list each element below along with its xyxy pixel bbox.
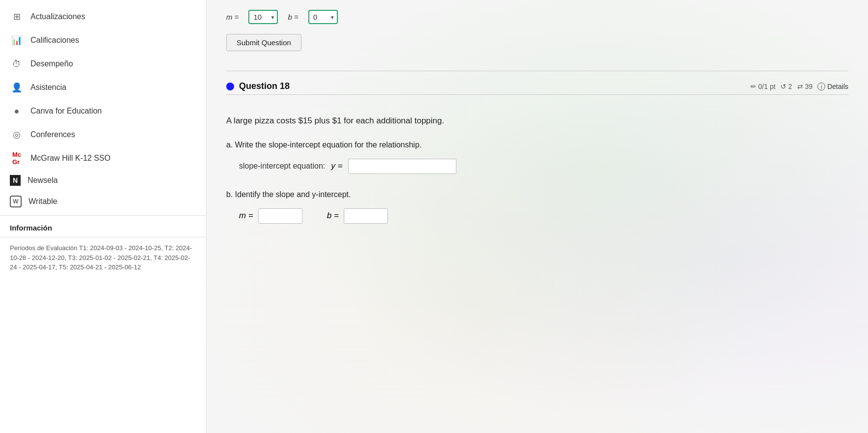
- sidebar-item-conferences[interactable]: ◎ Conferences: [0, 123, 206, 146]
- sidebar-label-canva: Canva for Education: [30, 107, 102, 115]
- meta-attempts-item: ⇄ 39: [797, 83, 813, 90]
- retry-icon: ↺: [780, 83, 786, 90]
- writable-icon: W: [10, 196, 22, 207]
- question-meta: ✏ 0/1 pt ↺ 2 ⇄ 39 i Details: [750, 83, 848, 90]
- sidebar-item-canva[interactable]: ● Canva for Education: [0, 99, 206, 123]
- question-content-divider: [226, 94, 848, 95]
- sidebar-item-mcgraw[interactable]: McGr McGraw Hill K-12 SSO: [0, 146, 206, 170]
- slope-intercept-prefix: slope-intercept equation:: [239, 162, 325, 171]
- slope-intercept-values-row: m = b =: [239, 208, 848, 224]
- sidebar-label-desempeno: Desempeño: [30, 59, 73, 68]
- sidebar-item-calificaciones[interactable]: 📊 Calificaciones: [0, 29, 206, 52]
- sidebar-label-calificaciones: Calificaciones: [30, 36, 79, 45]
- conferences-icon: ◎: [10, 128, 24, 142]
- question-dot: [226, 83, 234, 90]
- person-icon: 👤: [10, 81, 24, 94]
- intercept-var-label: b =: [327, 211, 339, 221]
- sidebar-info-periodos: Períodos de Evaluación T1: 2024-09-03 - …: [0, 240, 206, 275]
- sidebar-divider: [0, 215, 206, 216]
- meta-retry: 2: [788, 83, 792, 90]
- eq2-label: b =: [288, 13, 298, 21]
- question-text: A large pizza costs $15 plus $1 for each…: [226, 115, 848, 127]
- meta-details-item[interactable]: i Details: [817, 83, 848, 90]
- main-content-area: m = 10 b = 0 Submit Question Question 18: [207, 0, 868, 433]
- eq2-select[interactable]: 0: [308, 10, 338, 24]
- sidebar-item-actualizaciones[interactable]: ⊞ Actualizaciones: [0, 5, 206, 29]
- eq1-select[interactable]: 10: [248, 10, 278, 24]
- slope-input[interactable]: [258, 208, 302, 224]
- slope-intercept-equation-row: slope-intercept equation: y =: [239, 159, 848, 174]
- chart-icon: 📊: [10, 33, 24, 47]
- question-divider: [226, 71, 848, 71]
- sidebar-item-newsela[interactable]: N Newsela: [0, 170, 206, 191]
- meta-retry-item: ↺ 2: [780, 83, 792, 90]
- sidebar-divider-2: [0, 237, 206, 237]
- part-b-label: b. Identify the slope and y-intercept.: [226, 189, 848, 201]
- meta-score-item: ✏ 0/1 pt: [750, 83, 776, 90]
- canva-icon: ●: [10, 104, 24, 118]
- slope-intercept-input[interactable]: [348, 159, 456, 174]
- sidebar-item-asistencia[interactable]: 👤 Asistencia: [0, 76, 206, 99]
- y-var-label: y =: [331, 161, 342, 171]
- intercept-input[interactable]: [344, 208, 388, 224]
- intercept-item: b =: [327, 208, 388, 224]
- attempts-icon: ⇄: [797, 83, 803, 90]
- question-title: Question 18: [226, 81, 290, 91]
- sidebar-item-desempeno[interactable]: ⏱ Desempeño: [0, 52, 206, 76]
- clock-icon: ⏱: [10, 57, 24, 71]
- sidebar-label-actualizaciones: Actualizaciones: [30, 12, 85, 21]
- sidebar-section-informacion: Información: [0, 219, 206, 234]
- question-18-content: A large pizza costs $15 plus $1 for each…: [226, 105, 848, 233]
- sidebar-label-conferences: Conferences: [30, 130, 75, 139]
- question-18-header: Question 18 ✏ 0/1 pt ↺ 2 ⇄ 39 i Details: [226, 81, 848, 91]
- slope-var-label: m =: [239, 211, 253, 221]
- edit-icon: ✏: [750, 83, 756, 90]
- main-content: m = 10 b = 0 Submit Question Question 18: [207, 0, 868, 243]
- submit-question-button[interactable]: Submit Question: [226, 34, 301, 51]
- eq1-select-wrapper[interactable]: 10: [248, 10, 278, 24]
- part-a-label: a. Write the slope-intercept equation fo…: [226, 139, 848, 151]
- sidebar-label-newsela: Newsela: [28, 176, 58, 185]
- slope-item: m =: [239, 208, 302, 224]
- details-link[interactable]: Details: [827, 83, 848, 90]
- info-icon: i: [817, 83, 825, 90]
- sidebar-label-mcgraw: McGraw Hill K-12 SSO: [30, 154, 111, 163]
- sidebar: ⊞ Actualizaciones 📊 Calificaciones ⏱ Des…: [0, 0, 207, 433]
- meta-score: 0/1 pt: [758, 83, 776, 90]
- eq2-select-wrapper[interactable]: 0: [308, 10, 338, 24]
- mcgraw-icon: McGr: [10, 151, 24, 165]
- sidebar-label-writable: Writable: [29, 197, 57, 206]
- top-equation-row: m = 10 b = 0: [226, 10, 848, 24]
- sidebar-item-writable[interactable]: W Writable: [0, 191, 206, 212]
- sidebar-label-asistencia: Asistencia: [30, 83, 66, 92]
- question-number: Question 18: [239, 81, 290, 91]
- newsela-icon: N: [10, 175, 21, 186]
- grid-icon: ⊞: [10, 10, 24, 24]
- meta-attempts: 39: [805, 83, 813, 90]
- eq1-label: m =: [226, 13, 239, 21]
